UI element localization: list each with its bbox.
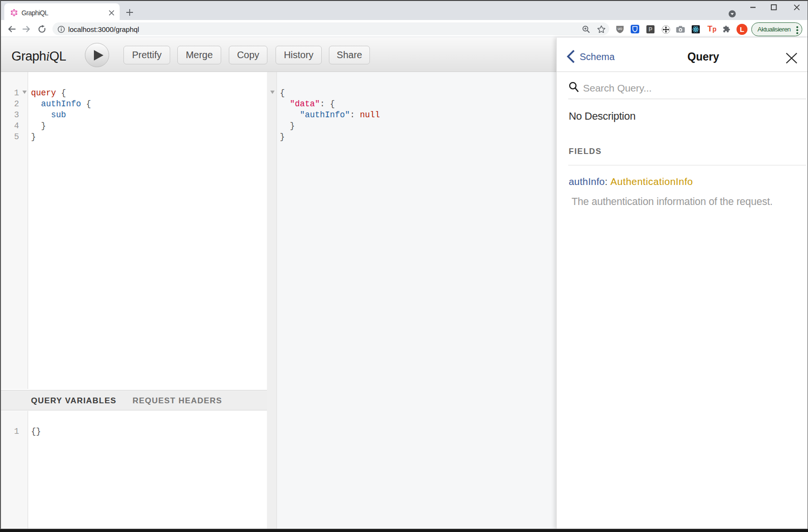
svg-text:UO: UO (618, 27, 623, 31)
svg-text:P: P (648, 26, 652, 33)
